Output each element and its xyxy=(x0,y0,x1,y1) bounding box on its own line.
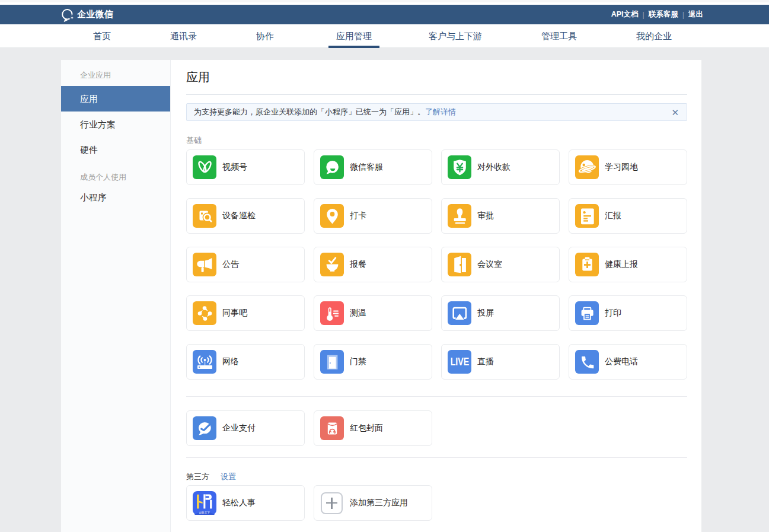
svg-text:LIVE: LIVE xyxy=(451,356,470,368)
